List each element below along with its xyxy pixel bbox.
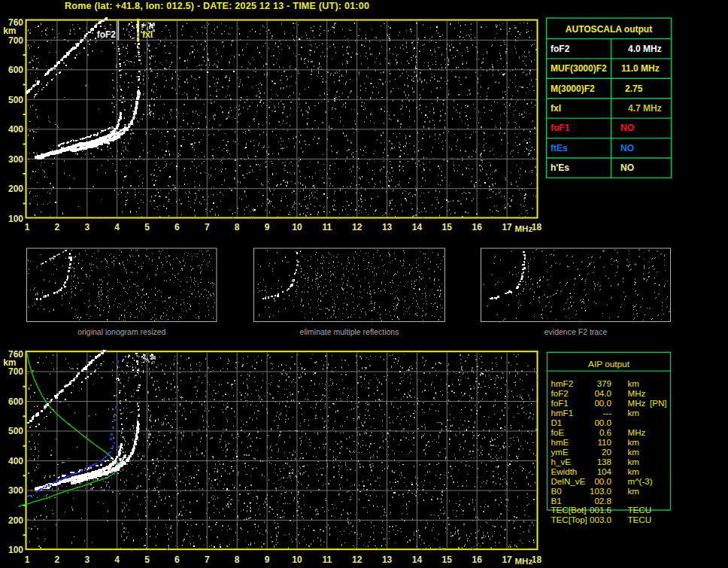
svg-text:17: 17	[502, 554, 512, 565]
svg-text:km: km	[628, 437, 639, 447]
svg-text:18: 18	[532, 554, 542, 565]
svg-text:9: 9	[265, 222, 270, 232]
svg-text:110: 110	[598, 437, 611, 447]
svg-text:km: km	[3, 357, 16, 368]
svg-text:14: 14	[412, 222, 423, 232]
svg-text:6: 6	[174, 222, 180, 232]
svg-text:300: 300	[8, 485, 23, 496]
svg-text:TEC[Top]: TEC[Top]	[551, 515, 587, 524]
svg-text:00.0: 00.0	[594, 418, 611, 427]
svg-text:ymE: ymE	[551, 447, 569, 457]
svg-text:h'Es: h'Es	[551, 163, 569, 173]
svg-text:3: 3	[84, 222, 89, 232]
svg-text:7: 7	[205, 554, 210, 565]
svg-text:104: 104	[597, 466, 612, 476]
svg-text:km: km	[628, 408, 639, 418]
svg-text:NO: NO	[620, 163, 634, 173]
svg-text:hmF2: hmF2	[551, 378, 574, 388]
svg-text:400: 400	[8, 456, 23, 466]
svg-text:00.0: 00.0	[594, 398, 611, 408]
svg-text:5: 5	[144, 554, 150, 565]
svg-text:100: 100	[8, 214, 23, 224]
svg-text:11: 11	[322, 222, 332, 232]
svg-text:11.0 MHz: 11.0 MHz	[621, 63, 660, 74]
svg-text:MHz: MHz	[515, 557, 533, 566]
svg-text:600: 600	[8, 396, 23, 407]
svg-text:02.8: 02.8	[594, 496, 611, 506]
svg-text:km: km	[628, 466, 639, 476]
svg-text:AIP output: AIP output	[588, 359, 630, 369]
svg-text:MHz: MHz	[515, 224, 533, 233]
svg-text:003.0: 003.0	[590, 515, 611, 524]
svg-text:15: 15	[442, 222, 453, 232]
svg-text:foE: foE	[551, 427, 565, 437]
svg-text:km: km	[628, 378, 639, 388]
svg-text:eliminate multiple reflections: eliminate multiple reflections	[300, 327, 399, 336]
svg-text:fxI: fxI	[551, 103, 561, 114]
svg-text:km: km	[628, 457, 639, 466]
svg-text:TECU: TECU	[628, 515, 652, 524]
svg-text:MHz: MHz	[628, 427, 646, 437]
svg-text:foF2: foF2	[551, 44, 570, 54]
svg-text:foF1: foF1	[551, 398, 569, 408]
svg-text:9: 9	[265, 554, 270, 565]
svg-text:Ewidth: Ewidth	[551, 466, 578, 476]
svg-text:MHz: MHz	[628, 388, 646, 398]
svg-text:2: 2	[55, 222, 60, 232]
svg-text:8: 8	[235, 222, 240, 232]
svg-text:original ionogram resized: original ionogram resized	[77, 327, 165, 336]
svg-text:10: 10	[292, 222, 302, 232]
svg-text:7: 7	[205, 222, 210, 232]
svg-text:500: 500	[8, 95, 23, 105]
svg-text:2.75: 2.75	[625, 84, 643, 94]
svg-text:15: 15	[442, 554, 453, 565]
svg-text:1: 1	[25, 554, 30, 565]
svg-text:16: 16	[472, 554, 483, 565]
svg-text:18: 18	[532, 222, 542, 232]
svg-text:00.0: 00.0	[594, 476, 611, 486]
svg-text:0.6: 0.6	[599, 427, 611, 437]
svg-text:100: 100	[8, 545, 23, 555]
svg-text:m^(-3): m^(-3)	[628, 476, 653, 486]
svg-text:14: 14	[412, 554, 423, 565]
svg-text:[PN]: [PN]	[650, 398, 667, 408]
svg-text:M(3000)F2: M(3000)F2	[551, 84, 595, 94]
svg-text:13: 13	[382, 554, 393, 565]
svg-text:3: 3	[84, 554, 89, 565]
svg-text:foF2: foF2	[551, 388, 569, 398]
svg-text:MUF(3000)F2: MUF(3000)F2	[551, 63, 607, 74]
svg-text:Rome (lat: +41.8, lon: 012.5): Rome (lat: +41.8, lon: 012.5) - DATE: 20…	[65, 1, 369, 11]
svg-text:evidence F2 trace: evidence F2 trace	[544, 327, 608, 336]
svg-text:---: ---	[602, 408, 611, 418]
svg-text:D1: D1	[551, 418, 563, 427]
svg-text:hmE: hmE	[551, 437, 569, 447]
svg-text:NO: NO	[620, 123, 634, 133]
svg-text:12: 12	[352, 554, 362, 565]
svg-text:4: 4	[114, 222, 120, 232]
svg-text:AUTOSCALA output: AUTOSCALA output	[566, 24, 652, 35]
svg-text:4: 4	[114, 554, 120, 565]
svg-text:h_vE: h_vE	[551, 457, 572, 466]
svg-text:700: 700	[8, 35, 23, 46]
svg-text:hmF1: hmF1	[551, 408, 574, 418]
svg-text:MHz: MHz	[628, 398, 646, 408]
svg-text:700: 700	[8, 366, 23, 377]
svg-text:1: 1	[25, 222, 30, 232]
svg-text:6: 6	[174, 554, 180, 565]
svg-text:200: 200	[8, 515, 23, 526]
svg-text:8: 8	[235, 554, 240, 565]
svg-text:17: 17	[502, 222, 512, 232]
svg-text:103.0: 103.0	[590, 486, 611, 496]
svg-text:16: 16	[472, 222, 483, 232]
svg-text:2: 2	[55, 554, 60, 565]
svg-text:600: 600	[8, 65, 23, 75]
svg-text:B0: B0	[551, 486, 562, 496]
svg-text:200: 200	[8, 184, 23, 194]
svg-text:foF1: foF1	[551, 123, 570, 133]
svg-text:11: 11	[322, 554, 332, 565]
svg-text:20: 20	[602, 447, 611, 457]
svg-text:10: 10	[292, 554, 302, 565]
svg-text:04.0: 04.0	[594, 388, 611, 398]
svg-text:TECU: TECU	[628, 505, 652, 515]
svg-text:km: km	[3, 26, 16, 36]
